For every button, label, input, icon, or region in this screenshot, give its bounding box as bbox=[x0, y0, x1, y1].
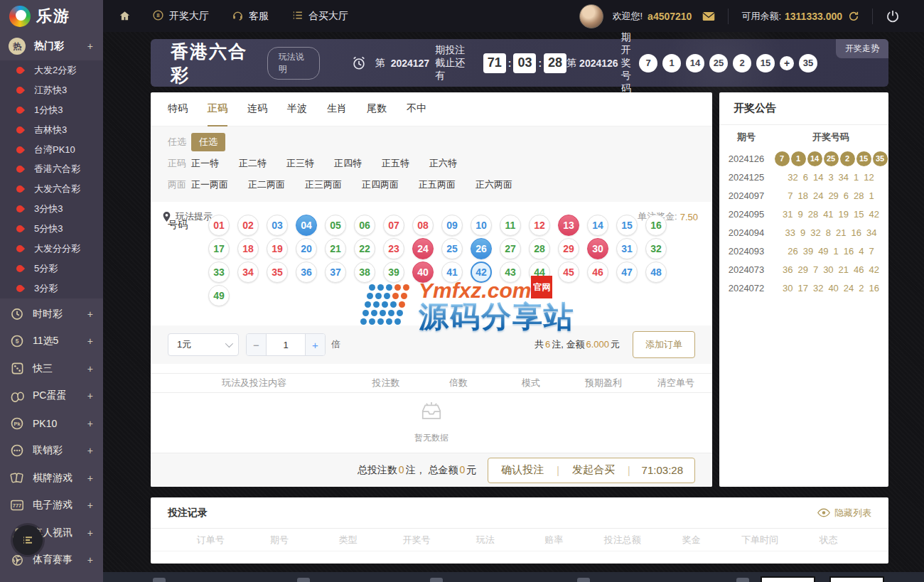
sidebar-category-slot-games[interactable]: 777电子游戏+ bbox=[0, 492, 103, 519]
sidebar-category-kuaisan[interactable]: 快三+ bbox=[0, 355, 103, 383]
number-ball-22[interactable]: 22 bbox=[354, 238, 375, 259]
sidebar-category-lianxiaocai[interactable]: 联销彩+ bbox=[0, 437, 103, 465]
number-ball-48[interactable]: 48 bbox=[645, 262, 667, 283]
number-ball-12[interactable]: 12 bbox=[529, 215, 550, 236]
number-ball-31[interactable]: 31 bbox=[616, 238, 638, 259]
play-option[interactable]: 正五两面 bbox=[419, 176, 456, 194]
add-order-button[interactable]: 添加订单 bbox=[633, 331, 695, 358]
play-option[interactable]: 正六两面 bbox=[476, 176, 512, 194]
play-option[interactable]: 正六特 bbox=[429, 154, 457, 173]
number-ball-27[interactable]: 27 bbox=[500, 238, 521, 259]
number-ball-46[interactable]: 46 bbox=[587, 262, 608, 283]
logo[interactable]: 乐游 bbox=[0, 0, 103, 32]
sidebar-item[interactable]: 5分彩 bbox=[0, 259, 103, 279]
play-tab-2[interactable]: 正码 bbox=[208, 92, 227, 126]
sidebar-item[interactable]: 大发六合彩 bbox=[0, 179, 103, 199]
number-ball-37[interactable]: 37 bbox=[325, 262, 346, 283]
avatar[interactable] bbox=[579, 4, 603, 28]
sidebar-category-pk10[interactable]: PkPK10+ bbox=[0, 410, 103, 438]
nav-item-support[interactable]: 客服 bbox=[232, 9, 269, 23]
start-group-buy-button[interactable]: 发起合买 bbox=[559, 463, 628, 477]
sidebar-item[interactable]: 5分快3 bbox=[0, 219, 103, 239]
play-tab-1[interactable]: 特码 bbox=[168, 92, 188, 126]
play-tab-7[interactable]: 不中 bbox=[407, 92, 426, 126]
number-ball-18[interactable]: 18 bbox=[237, 238, 259, 259]
number-ball-24[interactable]: 24 bbox=[412, 238, 434, 259]
mail-icon[interactable] bbox=[702, 11, 715, 21]
sidebar-category-sports[interactable]: 体育赛事+ bbox=[0, 546, 103, 574]
minus-button[interactable]: − bbox=[247, 334, 267, 355]
number-ball-20[interactable]: 20 bbox=[296, 238, 317, 259]
sidebar-group-hot[interactable]: 热 热门彩 + bbox=[0, 32, 103, 60]
sidebar-item[interactable]: 江苏快3 bbox=[0, 80, 103, 100]
play-option[interactable]: 正一两面 bbox=[191, 176, 228, 194]
number-ball-45[interactable]: 45 bbox=[558, 262, 579, 283]
play-option[interactable]: 正一特 bbox=[191, 154, 219, 173]
sidebar-item[interactable]: 大发分分彩 bbox=[0, 239, 103, 259]
play-tab-5[interactable]: 生肖 bbox=[327, 92, 347, 126]
sidebar-category-board-games[interactable]: 棋牌游戏+ bbox=[0, 465, 103, 492]
order-col-6[interactable]: 清空单号 bbox=[640, 377, 712, 389]
play-option[interactable]: 任选 bbox=[191, 133, 225, 151]
home-icon[interactable] bbox=[119, 10, 131, 22]
number-ball-23[interactable]: 23 bbox=[383, 238, 404, 259]
sidebar-category-11xuan5[interactable]: 511选5+ bbox=[0, 328, 103, 355]
number-ball-14[interactable]: 14 bbox=[587, 215, 608, 236]
number-ball-40[interactable]: 40 bbox=[412, 262, 434, 283]
number-ball-38[interactable]: 38 bbox=[354, 262, 375, 283]
sidebar-item[interactable]: 3分快3 bbox=[0, 199, 103, 219]
multiplier-input[interactable] bbox=[267, 334, 305, 355]
refresh-icon[interactable] bbox=[848, 11, 859, 22]
play-tab-4[interactable]: 半波 bbox=[287, 92, 307, 126]
sidebar-item[interactable]: 1分快3 bbox=[0, 100, 103, 120]
number-ball-41[interactable]: 41 bbox=[441, 262, 463, 283]
number-ball-34[interactable]: 34 bbox=[237, 262, 259, 283]
number-ball-49[interactable]: 49 bbox=[208, 285, 230, 306]
sidebar-item[interactable]: 吉林快3 bbox=[0, 120, 103, 140]
number-ball-16[interactable]: 16 bbox=[645, 215, 667, 236]
play-option[interactable]: 正三两面 bbox=[305, 176, 342, 194]
quick-menu-button[interactable] bbox=[13, 525, 43, 555]
number-ball-36[interactable]: 36 bbox=[296, 262, 317, 283]
number-ball-30[interactable]: 30 bbox=[587, 238, 608, 259]
logout-power-icon[interactable] bbox=[886, 9, 900, 23]
sidebar-category-esports-im[interactable]: 电竟牛_[IM]+ bbox=[0, 574, 103, 582]
plus-button[interactable]: + bbox=[305, 334, 325, 355]
number-ball-06[interactable]: 06 bbox=[354, 215, 375, 236]
play-option[interactable]: 正五特 bbox=[382, 154, 409, 173]
nav-item-group-buy-hall[interactable]: 合买大厅 bbox=[291, 9, 348, 23]
number-ball-39[interactable]: 39 bbox=[383, 262, 404, 283]
number-ball-01[interactable]: 01 bbox=[208, 215, 230, 236]
number-ball-09[interactable]: 09 bbox=[441, 215, 463, 236]
number-ball-35[interactable]: 35 bbox=[267, 262, 288, 283]
play-option[interactable]: 正四特 bbox=[334, 154, 362, 173]
unit-select[interactable]: 1元 bbox=[168, 333, 239, 356]
sidebar-category-pcdandan[interactable]: PC蛋蛋+ bbox=[0, 382, 103, 410]
number-ball-42[interactable]: 42 bbox=[471, 262, 492, 283]
number-ball-47[interactable]: 47 bbox=[616, 262, 638, 283]
number-ball-03[interactable]: 03 bbox=[267, 215, 288, 236]
sidebar-category-shishicai[interactable]: 时时彩+ bbox=[0, 301, 103, 328]
play-tab-3[interactable]: 连码 bbox=[247, 92, 267, 126]
play-option[interactable]: 正二两面 bbox=[248, 176, 285, 194]
number-ball-25[interactable]: 25 bbox=[441, 238, 463, 259]
number-ball-33[interactable]: 33 bbox=[208, 262, 230, 283]
play-option[interactable]: 正二特 bbox=[239, 154, 267, 173]
number-ball-19[interactable]: 19 bbox=[267, 238, 288, 259]
number-ball-13[interactable]: 13 bbox=[558, 215, 579, 236]
hide-list-button[interactable]: 隐藏列表 bbox=[817, 507, 871, 519]
number-ball-11[interactable]: 11 bbox=[500, 215, 521, 236]
number-ball-43[interactable]: 43 bbox=[500, 262, 521, 283]
number-ball-26[interactable]: 26 bbox=[471, 238, 492, 259]
number-ball-15[interactable]: 15 bbox=[616, 215, 638, 236]
number-ball-10[interactable]: 10 bbox=[471, 215, 492, 236]
number-ball-07[interactable]: 07 bbox=[383, 215, 404, 236]
play-tab-6[interactable]: 尾数 bbox=[367, 92, 387, 126]
number-ball-21[interactable]: 21 bbox=[325, 238, 346, 259]
play-option[interactable]: 正三特 bbox=[286, 154, 314, 173]
play-option[interactable]: 正四两面 bbox=[362, 176, 399, 194]
number-ball-02[interactable]: 02 bbox=[237, 215, 259, 236]
number-ball-04[interactable]: 04 bbox=[296, 215, 317, 236]
sidebar-item[interactable]: 台湾PK10 bbox=[0, 140, 103, 160]
sidebar-item[interactable]: 香港六合彩 bbox=[0, 159, 103, 179]
